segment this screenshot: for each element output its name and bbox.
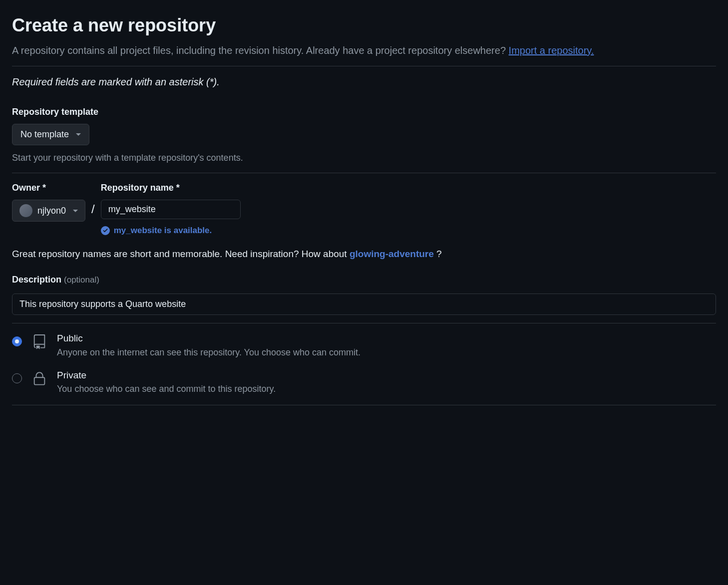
page-title: Create a new repository bbox=[12, 12, 716, 39]
template-selected-value: No template bbox=[20, 129, 69, 140]
optional-marker: (optional) bbox=[64, 275, 99, 285]
page-subtitle: A repository contains all project files,… bbox=[12, 43, 716, 58]
repo-icon bbox=[32, 334, 47, 349]
description-label-text: Description bbox=[12, 275, 61, 285]
visibility-private-option[interactable]: Private You choose who can see and commi… bbox=[12, 368, 716, 396]
required-fields-note: Required fields are marked with an aster… bbox=[12, 74, 716, 89]
template-label: Repository template bbox=[12, 105, 716, 119]
inspiration-text: Great repository names are short and mem… bbox=[12, 247, 716, 262]
inspiration-prefix: Great repository names are short and mem… bbox=[12, 249, 350, 259]
slash-separator: / bbox=[91, 200, 95, 218]
private-radio[interactable] bbox=[12, 373, 22, 383]
caret-down-icon bbox=[76, 133, 81, 136]
repo-name-label: Repository name * bbox=[101, 181, 241, 195]
owner-value: njlyon0 bbox=[37, 206, 66, 216]
owner-label: Owner * bbox=[12, 181, 85, 195]
public-title: Public bbox=[57, 331, 361, 346]
template-dropdown[interactable]: No template bbox=[12, 124, 89, 145]
import-repository-link[interactable]: Import a repository. bbox=[509, 45, 594, 56]
subtitle-text: A repository contains all project files,… bbox=[12, 45, 509, 56]
description-input[interactable] bbox=[12, 293, 716, 315]
divider bbox=[12, 173, 716, 173]
inspiration-suffix: ? bbox=[436, 249, 442, 259]
divider bbox=[12, 323, 716, 323]
caret-down-icon bbox=[73, 210, 78, 212]
check-circle-icon bbox=[101, 226, 110, 235]
template-helper-text: Start your repository with a template re… bbox=[12, 151, 716, 165]
private-desc: You choose who can see and commit to thi… bbox=[57, 382, 276, 396]
public-desc: Anyone on the internet can see this repo… bbox=[57, 346, 361, 359]
visibility-public-option[interactable]: Public Anyone on the internet can see th… bbox=[12, 331, 716, 359]
repo-name-input[interactable] bbox=[101, 200, 241, 219]
avatar bbox=[19, 204, 32, 217]
suggestion-name-link[interactable]: glowing-adventure bbox=[350, 249, 434, 259]
lock-icon bbox=[32, 371, 47, 386]
availability-status: my_website is available. bbox=[101, 224, 241, 237]
divider bbox=[12, 66, 716, 66]
description-label: Description (optional) bbox=[12, 273, 716, 287]
divider bbox=[12, 405, 716, 405]
owner-dropdown[interactable]: njlyon0 bbox=[12, 200, 85, 222]
public-radio[interactable] bbox=[12, 336, 22, 346]
private-title: Private bbox=[57, 368, 276, 383]
availability-text: my_website is available. bbox=[114, 224, 212, 237]
